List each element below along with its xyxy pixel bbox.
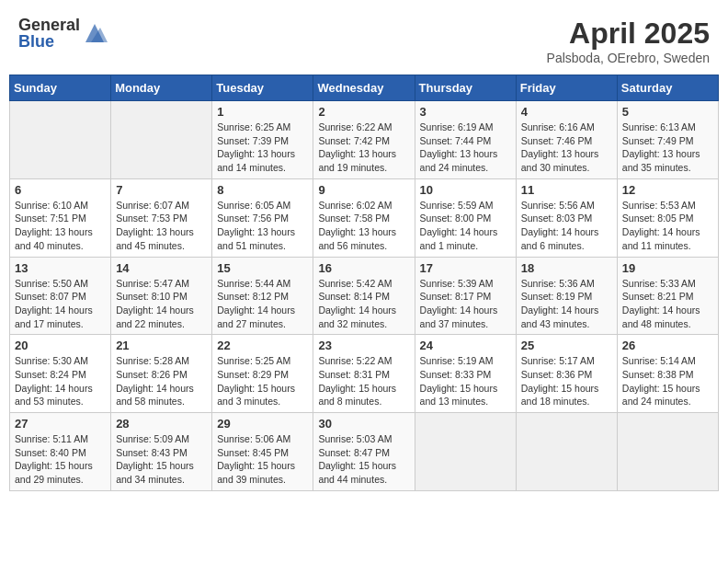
calendar-table: SundayMondayTuesdayWednesdayThursdayFrid… xyxy=(9,75,719,491)
day-of-week-monday: Monday xyxy=(111,75,212,101)
day-number: 3 xyxy=(420,105,511,119)
day-number: 10 xyxy=(420,183,511,197)
calendar-cell xyxy=(516,413,617,491)
day-number: 29 xyxy=(217,417,308,431)
calendar-cell: 4Sunrise: 6:16 AM Sunset: 7:46 PM Daylig… xyxy=(516,101,617,179)
day-of-week-wednesday: Wednesday xyxy=(313,75,415,101)
day-of-week-tuesday: Tuesday xyxy=(212,75,313,101)
calendar-cell: 9Sunrise: 6:02 AM Sunset: 7:58 PM Daylig… xyxy=(313,178,415,257)
day-number: 19 xyxy=(622,261,713,275)
day-content: Sunrise: 5:36 AM Sunset: 8:19 PM Dayligh… xyxy=(521,277,612,331)
day-content: Sunrise: 6:07 AM Sunset: 7:53 PM Dayligh… xyxy=(116,199,207,253)
calendar-cell xyxy=(10,101,111,179)
calendar-cell: 12Sunrise: 5:53 AM Sunset: 8:05 PM Dayli… xyxy=(617,178,718,257)
day-of-week-saturday: Saturday xyxy=(617,75,718,101)
day-content: Sunrise: 5:09 AM Sunset: 8:43 PM Dayligh… xyxy=(116,432,207,487)
calendar-cell: 2Sunrise: 6:22 AM Sunset: 7:42 PM Daylig… xyxy=(313,101,415,179)
day-content: Sunrise: 5:47 AM Sunset: 8:10 PM Dayligh… xyxy=(116,277,207,331)
calendar-week-5: 27Sunrise: 5:11 AM Sunset: 8:40 PM Dayli… xyxy=(10,413,719,491)
day-number: 4 xyxy=(521,105,612,119)
logo-general-text: General xyxy=(18,17,80,33)
day-content: Sunrise: 5:03 AM Sunset: 8:47 PM Dayligh… xyxy=(318,432,409,487)
day-of-week-sunday: Sunday xyxy=(10,75,111,101)
calendar-week-1: 1Sunrise: 6:25 AM Sunset: 7:39 PM Daylig… xyxy=(10,101,719,179)
day-content: Sunrise: 6:02 AM Sunset: 7:58 PM Dayligh… xyxy=(318,199,409,253)
calendar-cell: 24Sunrise: 5:19 AM Sunset: 8:33 PM Dayli… xyxy=(415,335,516,413)
calendar-cell: 27Sunrise: 5:11 AM Sunset: 8:40 PM Dayli… xyxy=(10,413,111,491)
calendar-cell xyxy=(415,413,516,491)
day-number: 28 xyxy=(116,417,207,431)
calendar-cell xyxy=(111,101,212,179)
day-content: Sunrise: 5:59 AM Sunset: 8:00 PM Dayligh… xyxy=(420,199,511,253)
day-content: Sunrise: 5:39 AM Sunset: 8:17 PM Dayligh… xyxy=(420,277,511,331)
day-content: Sunrise: 5:28 AM Sunset: 8:26 PM Dayligh… xyxy=(116,354,207,408)
calendar-cell: 8Sunrise: 6:05 AM Sunset: 7:56 PM Daylig… xyxy=(212,178,313,257)
day-number: 25 xyxy=(521,339,612,352)
logo: General Blue xyxy=(18,17,108,50)
day-number: 9 xyxy=(318,183,409,197)
day-content: Sunrise: 6:16 AM Sunset: 7:46 PM Dayligh… xyxy=(521,121,612,175)
calendar-week-2: 6Sunrise: 6:10 AM Sunset: 7:51 PM Daylig… xyxy=(10,178,719,257)
day-content: Sunrise: 5:42 AM Sunset: 8:14 PM Dayligh… xyxy=(318,277,409,331)
calendar-cell: 16Sunrise: 5:42 AM Sunset: 8:14 PM Dayli… xyxy=(313,257,415,335)
calendar-cell: 25Sunrise: 5:17 AM Sunset: 8:36 PM Dayli… xyxy=(516,335,617,413)
day-content: Sunrise: 5:06 AM Sunset: 8:45 PM Dayligh… xyxy=(217,432,308,487)
day-number: 16 xyxy=(318,261,409,275)
logo-icon xyxy=(82,20,108,46)
day-number: 22 xyxy=(217,339,308,352)
day-content: Sunrise: 5:17 AM Sunset: 8:36 PM Dayligh… xyxy=(521,354,612,408)
calendar-cell: 7Sunrise: 6:07 AM Sunset: 7:53 PM Daylig… xyxy=(111,178,212,257)
day-of-week-friday: Friday xyxy=(516,75,617,101)
calendar-cell: 26Sunrise: 5:14 AM Sunset: 8:38 PM Dayli… xyxy=(617,335,718,413)
calendar-cell: 13Sunrise: 5:50 AM Sunset: 8:07 PM Dayli… xyxy=(10,257,111,335)
day-content: Sunrise: 5:53 AM Sunset: 8:05 PM Dayligh… xyxy=(622,199,713,253)
day-content: Sunrise: 6:22 AM Sunset: 7:42 PM Dayligh… xyxy=(318,121,409,175)
day-number: 6 xyxy=(15,183,106,197)
day-content: Sunrise: 5:56 AM Sunset: 8:03 PM Dayligh… xyxy=(521,199,612,253)
calendar-cell: 20Sunrise: 5:30 AM Sunset: 8:24 PM Dayli… xyxy=(10,335,111,413)
day-number: 15 xyxy=(217,261,308,275)
day-content: Sunrise: 6:25 AM Sunset: 7:39 PM Dayligh… xyxy=(217,121,308,175)
day-content: Sunrise: 5:30 AM Sunset: 8:24 PM Dayligh… xyxy=(15,354,106,408)
day-number: 7 xyxy=(116,183,207,197)
calendar-cell: 10Sunrise: 5:59 AM Sunset: 8:00 PM Dayli… xyxy=(415,178,516,257)
day-content: Sunrise: 6:19 AM Sunset: 7:44 PM Dayligh… xyxy=(420,121,511,175)
calendar-cell: 29Sunrise: 5:06 AM Sunset: 8:45 PM Dayli… xyxy=(212,413,313,491)
calendar-cell: 23Sunrise: 5:22 AM Sunset: 8:31 PM Dayli… xyxy=(313,335,415,413)
day-number: 21 xyxy=(116,339,207,352)
day-number: 17 xyxy=(420,261,511,275)
day-number: 23 xyxy=(318,339,409,352)
calendar-cell xyxy=(617,413,718,491)
day-content: Sunrise: 5:19 AM Sunset: 8:33 PM Dayligh… xyxy=(420,354,511,408)
day-number: 13 xyxy=(15,261,106,275)
day-of-week-thursday: Thursday xyxy=(415,75,516,101)
calendar-cell: 17Sunrise: 5:39 AM Sunset: 8:17 PM Dayli… xyxy=(415,257,516,335)
calendar-cell: 11Sunrise: 5:56 AM Sunset: 8:03 PM Dayli… xyxy=(516,178,617,257)
day-number: 24 xyxy=(420,339,511,352)
day-content: Sunrise: 5:33 AM Sunset: 8:21 PM Dayligh… xyxy=(622,277,713,331)
day-content: Sunrise: 5:22 AM Sunset: 8:31 PM Dayligh… xyxy=(318,354,409,408)
day-number: 8 xyxy=(217,183,308,197)
day-content: Sunrise: 5:14 AM Sunset: 8:38 PM Dayligh… xyxy=(622,354,713,408)
calendar-cell: 18Sunrise: 5:36 AM Sunset: 8:19 PM Dayli… xyxy=(516,257,617,335)
calendar-cell: 1Sunrise: 6:25 AM Sunset: 7:39 PM Daylig… xyxy=(212,101,313,179)
calendar-header-row: SundayMondayTuesdayWednesdayThursdayFrid… xyxy=(10,75,719,101)
calendar-week-4: 20Sunrise: 5:30 AM Sunset: 8:24 PM Dayli… xyxy=(10,335,719,413)
day-content: Sunrise: 6:10 AM Sunset: 7:51 PM Dayligh… xyxy=(15,199,106,253)
day-content: Sunrise: 5:25 AM Sunset: 8:29 PM Dayligh… xyxy=(217,354,308,408)
day-number: 2 xyxy=(318,105,409,119)
day-number: 20 xyxy=(15,339,106,352)
calendar-cell: 21Sunrise: 5:28 AM Sunset: 8:26 PM Dayli… xyxy=(111,335,212,413)
page-header: General Blue April 2025 Palsboda, OErebr… xyxy=(9,9,719,71)
day-content: Sunrise: 5:50 AM Sunset: 8:07 PM Dayligh… xyxy=(15,277,106,331)
day-number: 26 xyxy=(622,339,713,352)
location-text: Palsboda, OErebro, Sweden xyxy=(547,51,710,65)
calendar-cell: 5Sunrise: 6:13 AM Sunset: 7:49 PM Daylig… xyxy=(617,101,718,179)
calendar-cell: 3Sunrise: 6:19 AM Sunset: 7:44 PM Daylig… xyxy=(415,101,516,179)
calendar-week-3: 13Sunrise: 5:50 AM Sunset: 8:07 PM Dayli… xyxy=(10,257,719,335)
day-number: 1 xyxy=(217,105,308,119)
day-number: 12 xyxy=(622,183,713,197)
logo-blue-text: Blue xyxy=(18,33,80,50)
day-number: 5 xyxy=(622,105,713,119)
title-section: April 2025 Palsboda, OErebro, Sweden xyxy=(547,17,710,65)
